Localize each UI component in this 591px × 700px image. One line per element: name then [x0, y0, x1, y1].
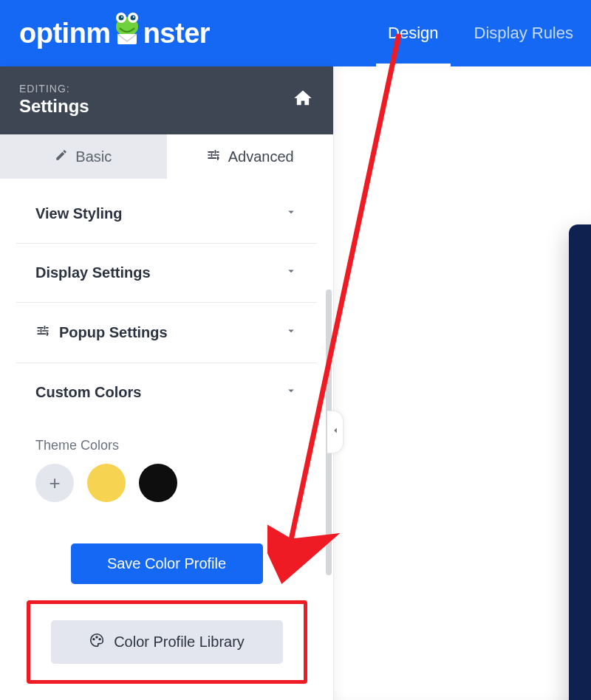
chevron-left-icon: [330, 425, 341, 439]
top-nav: Design Display Rules: [370, 0, 591, 66]
color-swatch-black[interactable]: [139, 464, 177, 502]
save-color-profile-label: Save Color Profile: [107, 555, 226, 572]
mode-tab-basic[interactable]: Basic: [0, 134, 167, 179]
theme-color-swatches: +: [35, 464, 298, 502]
editing-title: Settings: [19, 96, 89, 117]
svg-point-6: [133, 16, 134, 18]
tab-design-label: Design: [388, 24, 438, 43]
svg-point-10: [99, 639, 100, 640]
plus-icon: +: [49, 472, 60, 495]
settings-sidebar: EDITING: Settings Basic Advanced: [0, 66, 334, 700]
brand-logo: optinm nster: [19, 18, 210, 49]
palette-icon: [89, 632, 105, 652]
brand-mascot-icon: [109, 12, 145, 49]
mode-tab-advanced-label: Advanced: [228, 148, 294, 165]
chevron-down-icon: [284, 205, 298, 222]
chevron-down-icon: [284, 324, 298, 341]
panel-custom-colors-label: Custom Colors: [35, 384, 141, 401]
svg-point-4: [130, 16, 135, 21]
top-bar: optinm nster Design Display Rules: [0, 0, 591, 66]
panel-custom-colors[interactable]: Custom Colors: [16, 363, 317, 422]
mode-tab-basic-label: Basic: [75, 148, 112, 165]
sliders-icon: [35, 323, 50, 342]
panel-view-styling-label: View Styling: [35, 205, 122, 222]
sliders-icon: [206, 148, 221, 166]
tab-design[interactable]: Design: [370, 0, 456, 66]
panel-popup-settings-label: Popup Settings: [59, 324, 168, 341]
campaign-preview-edge: [569, 224, 591, 700]
color-profile-library-label: Color Profile Library: [114, 634, 245, 651]
svg-point-9: [96, 636, 98, 638]
panel-popup-settings[interactable]: Popup Settings: [16, 303, 317, 363]
collapse-sidebar-toggle[interactable]: [327, 411, 344, 453]
pencil-icon: [55, 148, 68, 165]
svg-point-3: [118, 16, 123, 21]
mode-tabs: Basic Advanced: [0, 134, 333, 179]
mode-tab-advanced[interactable]: Advanced: [167, 134, 334, 179]
panel-display-settings-label: Display Settings: [35, 264, 151, 281]
color-profile-library-button[interactable]: Color Profile Library: [51, 620, 283, 664]
home-icon[interactable]: [292, 88, 314, 111]
tab-display-rules[interactable]: Display Rules: [457, 0, 592, 66]
chevron-down-icon: [284, 264, 298, 281]
editing-label: EDITING:: [19, 83, 89, 95]
svg-point-8: [93, 639, 95, 640]
svg-point-5: [121, 16, 123, 18]
sidebar-header: EDITING: Settings: [0, 66, 333, 134]
panel-list: View Styling Display Settings: [0, 179, 333, 700]
brand-text-right: nster: [143, 18, 210, 49]
panel-display-settings[interactable]: Display Settings: [16, 244, 317, 303]
theme-colors-section: Theme Colors +: [16, 422, 317, 514]
add-color-swatch[interactable]: +: [35, 464, 74, 502]
chevron-down-icon: [284, 384, 298, 401]
save-color-profile-button[interactable]: Save Color Profile: [71, 543, 263, 584]
tab-display-rules-label: Display Rules: [474, 24, 574, 43]
theme-colors-label: Theme Colors: [35, 438, 298, 453]
panel-view-styling[interactable]: View Styling: [16, 185, 317, 244]
brand-text-left: optinm: [19, 18, 111, 49]
sidebar-scrollbar[interactable]: [326, 289, 332, 700]
color-swatch-yellow[interactable]: [87, 464, 126, 502]
editor-canvas[interactable]: [334, 66, 591, 700]
annotation-highlight-box: Color Profile Library: [27, 600, 307, 684]
